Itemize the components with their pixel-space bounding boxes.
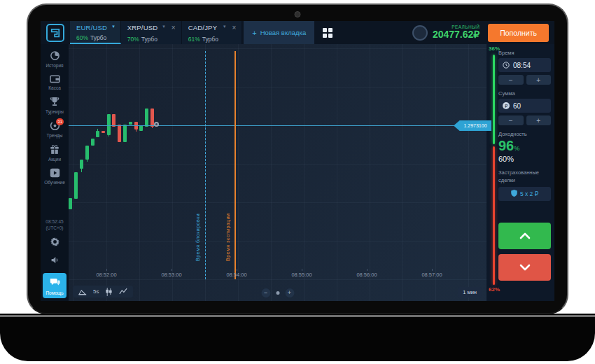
trade-panel: 36% 62% Время 08:54 − [486,44,554,301]
current-price-marker [154,122,159,127]
amount-plus-button[interactable]: + [526,115,552,125]
axis-time-label: 08:53:00 [161,272,181,278]
candle [139,125,143,131]
svg-text:₽: ₽ [505,104,507,108]
time-plus-button[interactable]: + [526,75,552,85]
chart-area[interactable]: 1.2973100 Время блокировки Время экспира… [69,44,486,301]
sound-button[interactable] [50,255,59,267]
trade-controls: Время 08:54 − + Сумма [498,48,551,281]
close-icon[interactable]: × [232,24,236,31]
tab-xrpusd[interactable]: XRP/USD 70%Турбо ▾× [121,21,182,44]
account-switcher[interactable]: РЕАЛЬНЫЙ 20477.62₽ [412,21,486,44]
close-icon[interactable]: × [172,24,176,31]
new-tab-button[interactable]: + Новая вкладка [244,21,314,44]
topbar: EUR/USD 60%Турбо ▾ XRP/USD 70%Турбо ▾× C… [41,21,554,44]
sidebar: История Касса Турниры Тренды31 Акции Обу… [41,44,69,301]
education-icon [50,168,60,178]
chart-type-area-button[interactable] [78,288,87,295]
time-axis: 08:52:0008:53:0008:54:0008:55:0008:56:00… [69,272,486,281]
chevron-down-icon[interactable]: ▾ [112,24,115,41]
page: EUR/USD 60%Турбо ▾ XRP/USD 70%Турбо ▾× C… [0,0,595,364]
time-minus-button[interactable]: − [498,75,524,85]
deposit-button[interactable]: Пополнить [488,24,549,42]
candle [118,125,121,142]
axis-time-label: 08:54:00 [226,272,246,278]
current-price-line [69,125,458,126]
time-stepper: − + [498,75,551,85]
candle [91,139,94,146]
candle [80,160,83,169]
chart-type-candles-button[interactable] [105,288,113,296]
help-label: Помощь [46,290,63,295]
tab-cadjpy[interactable]: CAD/JPY 61%Турбо ▾× [182,21,243,44]
candle [74,172,78,199]
zoom-in-button[interactable]: + [285,288,294,298]
insured-deals-button[interactable]: 5 x 2 ₽ [498,187,551,201]
trade-up-button[interactable] [498,223,551,249]
candle-wick [87,160,88,162]
block-time-label: Время блокировки [195,184,200,261]
candle [85,146,89,160]
candle [69,198,72,209]
expiry-time-label: Время экспирации [225,184,230,261]
candle-wick [136,130,136,132]
sidebar-item-gift[interactable]: Акции [41,141,69,165]
tab-eurusd[interactable]: EUR/USD 60%Турбо ▾ [70,21,121,44]
amount-input[interactable]: ₽ 60 [498,99,551,113]
sentiment-down-value: 62% [489,286,500,293]
amount-label: Сумма [498,90,551,97]
gear-icon [50,237,59,248]
timeframe-button[interactable]: 5s [93,288,99,295]
profit-label: Доходность [498,131,551,137]
clock-zone: (UTC+0) [46,225,63,232]
tab-mode-label: Турбо [90,34,106,41]
axis-time-label: 08:55:00 [291,272,312,278]
tab-payout-percent: 61% [188,36,200,43]
expiry-time-line [234,51,236,279]
sidebar-item-wallet[interactable]: Касса [41,71,69,94]
sidebar-item-label: История [46,63,63,68]
sidebar-item-label: Акции [48,157,61,162]
expiry-time-input[interactable]: 08:54 [498,58,551,72]
candle-wick [108,135,109,136]
tab-payout-percent: 70% [127,36,139,43]
sidebar-item-trends[interactable]: Тренды31 [41,118,69,141]
trophy-icon [50,97,59,107]
candle [102,131,105,133]
monitor-frame: EUR/USD 60%Турбо ▾ XRP/USD 70%Турбо ▾× C… [27,4,568,314]
chevron-down-icon [519,262,531,273]
insured-label: Застрахованные сделки [498,169,546,184]
sidebar-item-education[interactable]: Обучение [41,165,69,188]
ruble-icon: ₽ [503,102,510,109]
asset-tabs: EUR/USD 60%Турбо ▾ XRP/USD 70%Турбо ▾× C… [70,21,242,44]
tab-pair-label: CAD/JPY [188,24,218,31]
sidebar-item-label: Турниры [46,109,64,114]
sidebar-item-trophy[interactable]: Турниры [41,94,69,118]
amount-minus-button[interactable]: − [498,115,524,125]
time-label: Время [498,50,551,56]
tab-pair-label: EUR/USD [76,24,107,31]
monitor-stand [0,314,595,361]
gift-icon [50,144,59,155]
interval-badge[interactable]: 1 мин [458,287,482,298]
sidebar-item-label: Касса [48,85,61,90]
settings-button[interactable] [50,237,59,249]
tab-payout-percent: 60% [76,34,88,41]
chevron-down-icon[interactable]: ▾ [223,24,226,43]
sidebar-item-history[interactable]: История [41,48,69,71]
chevron-down-icon[interactable]: ▾ [162,24,165,43]
axis-time-label: 08:52:00 [96,272,116,278]
new-tab-label: Новая вкладка [260,29,306,36]
brand-logo-icon [46,24,64,42]
zoom-reset-dot-icon[interactable] [276,291,279,295]
trade-down-button[interactable] [498,254,551,281]
help-button[interactable]: Помощь [43,273,66,298]
body: История Касса Турниры Тренды31 Акции Обу… [41,44,554,301]
sidebar-item-label: Тренды [47,133,63,138]
zoom-out-button[interactable]: − [261,288,270,298]
amount-stepper: − + [498,115,551,125]
brand-logo[interactable] [41,21,70,44]
tab-grid-button[interactable] [314,21,341,44]
chart-type-line-button[interactable] [119,288,127,295]
candle [123,125,127,142]
